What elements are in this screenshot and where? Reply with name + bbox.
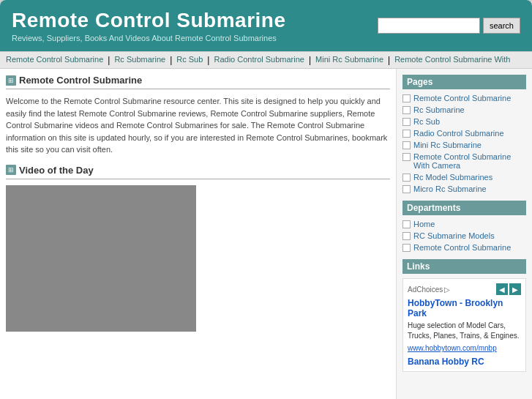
video-section-header: ⊞ Video of the Day	[6, 165, 390, 179]
checkbox-icon	[402, 118, 411, 126]
ad-nav: ◀ ▶	[496, 283, 521, 295]
list-item: RC Submarine Models	[402, 231, 526, 240]
checkbox-icon	[402, 185, 411, 193]
pages-link-7[interactable]: Rc Model Submarines	[413, 173, 492, 182]
list-item: Rc Model Submarines	[402, 173, 526, 182]
nav-link-1[interactable]: Remote Control Submarine	[6, 55, 103, 65]
departments-box: Departments Home RC Submarine Models Rem…	[402, 201, 526, 252]
ad2-title[interactable]: Banana Hobby RC	[408, 357, 521, 367]
pages-link-6[interactable]: Remote Control Submarine With Camera	[413, 152, 526, 170]
checkbox-icon	[402, 232, 411, 240]
search-button[interactable]: search	[483, 18, 520, 34]
main-section-title: Remote Control Submarine	[19, 75, 142, 86]
list-item: Home	[402, 220, 526, 228]
video-section-icon: ⊞	[6, 165, 16, 175]
checkbox-icon	[402, 130, 411, 138]
list-item: Micro Rc Submarine	[402, 184, 526, 193]
pages-link-8[interactable]: Micro Rc Submarine	[413, 184, 487, 193]
checkbox-icon	[402, 174, 411, 182]
checkbox-icon	[402, 220, 411, 228]
ad-box: AdChoices ▷ ◀ ▶ HobbyTown - Brooklyn Par…	[402, 278, 526, 372]
list-item: Remote Control Submarine With Camera	[402, 152, 526, 170]
pages-link-2[interactable]: Rc Submarine	[413, 105, 465, 114]
ad-choices-label: AdChoices ▷	[408, 286, 450, 294]
nav-link-3[interactable]: Rc Sub	[176, 55, 203, 65]
links-box: Links AdChoices ▷ ◀ ▶ HobbyTown - Brookl…	[402, 259, 526, 372]
ad-choices-header: AdChoices ▷ ◀ ▶	[408, 283, 521, 295]
pages-link-3[interactable]: Rc Sub	[413, 117, 440, 126]
video-placeholder	[6, 185, 196, 332]
ad-prev-button[interactable]: ◀	[496, 283, 508, 295]
departments-title: Departments	[402, 201, 526, 215]
main-section-header: ⊞ Remote Control Submarine	[6, 75, 390, 89]
links-title: Links	[402, 259, 526, 274]
checkbox-icon	[402, 244, 411, 252]
checkbox-icon	[402, 94, 411, 102]
checkbox-icon	[402, 106, 411, 114]
list-item: Radio Control Submarine	[402, 129, 526, 138]
ad1-title[interactable]: HobbyTown - Brooklyn Park	[408, 298, 521, 318]
nav-link-2[interactable]: Rc Submarine	[114, 55, 165, 65]
list-item: Rc Sub	[402, 117, 526, 126]
site-title: Remote Control Submarine	[12, 9, 285, 32]
nav-link-4[interactable]: Radio Control Submarine	[214, 55, 304, 65]
navbar: Remote Control Submarine | Rc Submarine …	[0, 51, 532, 69]
pages-link-1[interactable]: Remote Control Submarine	[413, 94, 511, 102]
ad-next-button[interactable]: ▶	[509, 283, 521, 295]
checkbox-icon	[402, 153, 411, 161]
nav-link-5[interactable]: Mini Rc Submarine	[315, 55, 383, 65]
list-item: Remote Control Submarine	[402, 243, 526, 252]
dept-link-2[interactable]: RC Submarine Models	[413, 231, 495, 240]
list-item: Rc Submarine	[402, 105, 526, 114]
search-input[interactable]	[378, 18, 480, 34]
ad1-desc: Huge selection of Model Cars, Trucks, Pl…	[408, 321, 521, 341]
pages-link-4[interactable]: Radio Control Submarine	[413, 129, 504, 138]
pages-box: Pages Remote Control Submarine Rc Submar…	[402, 75, 526, 193]
pages-link-5[interactable]: Mini Rc Submarine	[413, 141, 482, 149]
list-item: Remote Control Submarine	[402, 94, 526, 102]
checkbox-icon	[402, 141, 411, 149]
site-subtitle: Reviews, Suppliers, Books And Videos Abo…	[12, 34, 285, 42]
sidebar: Pages Remote Control Submarine Rc Submar…	[397, 69, 532, 399]
list-item: Mini Rc Submarine	[402, 141, 526, 149]
nav-link-6[interactable]: Remote Control Submarine With	[394, 55, 510, 65]
ad1-url: www.hobbytown.com/mnbp	[408, 344, 497, 352]
video-section: ⊞ Video of the Day Tk-20 Model RC Submar…	[6, 165, 390, 400]
pages-title: Pages	[402, 75, 526, 89]
video-section-title: Video of the Day	[19, 165, 94, 176]
dept-link-3[interactable]: Remote Control Submarine	[413, 243, 511, 252]
ad-choices-icon: ▷	[444, 286, 450, 294]
dept-link-1[interactable]: Home	[413, 220, 435, 228]
intro-text: Welcome to the Remote Control Submarine …	[6, 95, 390, 156]
section-icon: ⊞	[6, 75, 16, 86]
